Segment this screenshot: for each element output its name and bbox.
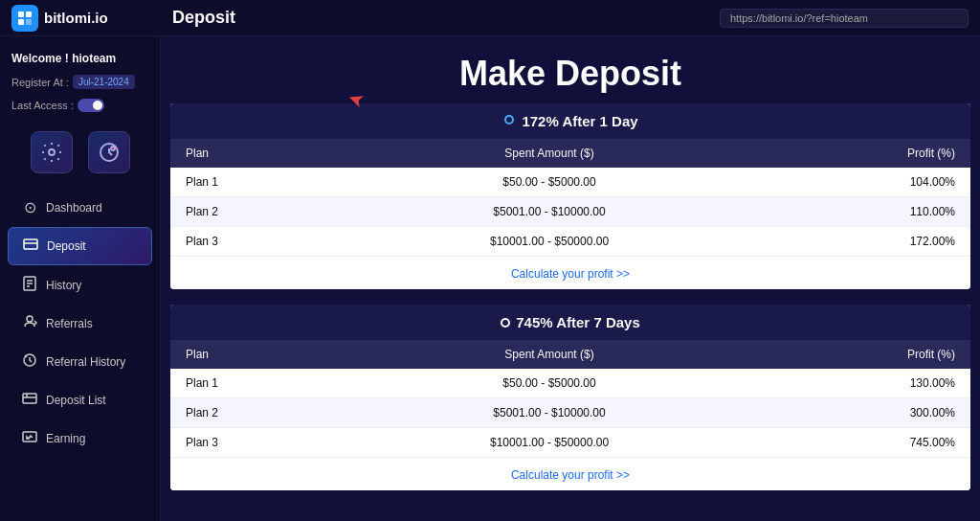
- calculate-profit-link[interactable]: Calculate your profit >>: [511, 267, 630, 281]
- svg-rect-1: [26, 11, 32, 17]
- cell-profit: 172.00%: [755, 227, 970, 257]
- calculate-link-7days[interactable]: Calculate your profit >>: [170, 458, 970, 490]
- cell-profit: 104.00%: [755, 168, 970, 197]
- col-amount-2: Spent Amount ($): [344, 340, 754, 369]
- cell-amount: $50.00 - $5000.00: [344, 369, 754, 398]
- settings-icon-btn[interactable]: [31, 131, 73, 173]
- sidebar-item-earning[interactable]: Earning: [8, 420, 152, 457]
- chart-icon-btn[interactable]: [88, 131, 130, 173]
- calculate-link-1day[interactable]: Calculate your profit >>: [170, 257, 970, 289]
- col-amount-1: Spent Amount ($): [344, 139, 754, 168]
- cell-amount: $10001.00 - $50000.00: [344, 227, 754, 257]
- svg-point-20: [506, 117, 512, 123]
- svg-point-13: [27, 316, 33, 322]
- calculate-profit-link-2[interactable]: Calculate your profit >>: [511, 468, 630, 482]
- sidebar-item-label: Dashboard: [46, 201, 102, 215]
- plan-table-7days: Plan Spent Amount ($) Profit (%) Plan 1 …: [170, 340, 970, 458]
- sidebar-username: hioteam: [72, 52, 116, 65]
- cell-amount: $5001.00 - $10000.00: [344, 398, 754, 428]
- cell-profit: 130.00%: [755, 369, 970, 398]
- cell-plan: Plan 3: [170, 227, 344, 257]
- sidebar-item-label: Earning: [46, 432, 85, 445]
- cell-plan: Plan 2: [170, 398, 344, 428]
- cell-amount: $50.00 - $5000.00: [344, 168, 754, 197]
- col-profit-2: Profit (%): [755, 340, 970, 369]
- logo-text: bitlomi.io: [44, 10, 108, 26]
- top-bar: bitlomi.io Deposit https://bitlomi.io/?r…: [0, 0, 980, 36]
- table-row: Plan 2 $5001.00 - $10000.00 110.00%: [170, 197, 970, 227]
- cell-profit: 110.00%: [755, 197, 970, 227]
- sidebar-item-label: Referrals: [46, 317, 93, 330]
- sidebar-item-dashboard[interactable]: ⊙ Dashboard: [8, 190, 152, 225]
- register-date-badge: Jul-21-2024: [73, 75, 135, 89]
- deposit-icon: [22, 237, 39, 256]
- last-access-toggle[interactable]: [78, 99, 104, 112]
- history-icon: [21, 276, 38, 295]
- svg-point-4: [49, 149, 55, 155]
- deposit-list-icon: [21, 391, 38, 410]
- logo-area: bitlomi.io: [11, 5, 172, 32]
- sidebar-item-deposit[interactable]: Deposit: [8, 227, 152, 265]
- svg-rect-0: [18, 11, 24, 17]
- cell-profit: 300.00%: [755, 398, 970, 428]
- plan-section-1day: 172% After 1 Day Plan Spent Amount ($) P…: [170, 103, 970, 289]
- table-row: Plan 1 $50.00 - $5000.00 104.00%: [170, 168, 970, 197]
- plan-table-1day: Plan Spent Amount ($) Profit (%) Plan 1 …: [170, 139, 970, 257]
- sidebar-item-history[interactable]: History: [8, 267, 152, 304]
- page-title: Deposit: [172, 8, 720, 28]
- sidebar: Welcome ! hioteam Register At : Jul-21-2…: [0, 36, 161, 521]
- svg-point-6: [111, 147, 115, 150]
- plan-header-icon: [502, 113, 516, 129]
- referral-history-icon: [21, 352, 38, 372]
- plan-header-1day: 172% After 1 Day: [170, 103, 970, 139]
- sidebar-last-access: Last Access :: [0, 95, 160, 116]
- sidebar-item-label: Referral History: [46, 355, 125, 369]
- sidebar-item-referrals[interactable]: Referrals: [8, 306, 152, 342]
- referrals-icon: [21, 314, 38, 333]
- sidebar-item-label: History: [46, 279, 81, 292]
- plan-section-7days: 745% After 7 Days Plan Spent Amount ($) …: [170, 305, 970, 490]
- sidebar-register: Register At : Jul-21-2024: [0, 71, 160, 93]
- logo-icon: [11, 5, 38, 32]
- table-row: Plan 2 $5001.00 - $10000.00 300.00%: [170, 398, 970, 428]
- sidebar-item-label: Deposit: [47, 239, 86, 253]
- sidebar-item-label: Deposit List: [46, 394, 106, 407]
- svg-rect-2: [18, 19, 24, 25]
- svg-rect-7: [24, 239, 37, 249]
- cell-amount: $5001.00 - $10000.00: [344, 197, 754, 227]
- cell-plan: Plan 1: [170, 369, 344, 398]
- sidebar-icons-row: [0, 124, 160, 181]
- col-profit-1: Profit (%): [755, 139, 970, 168]
- col-plan-1: Plan: [170, 139, 344, 168]
- table-row: Plan 3 $10001.00 - $50000.00 172.00%: [170, 227, 970, 257]
- main-layout: Welcome ! hioteam Register At : Jul-21-2…: [0, 36, 980, 521]
- dashboard-icon: ⊙: [21, 198, 38, 216]
- sidebar-item-referral-history[interactable]: Referral History: [8, 344, 152, 380]
- main-content: Make Deposit ➤ 172% After 1 Day Plan Spe…: [161, 36, 980, 521]
- cell-plan: Plan 2: [170, 197, 344, 227]
- sidebar-welcome: Welcome ! hioteam: [0, 46, 160, 71]
- cell-amount: $10001.00 - $50000.00: [344, 428, 754, 458]
- svg-rect-3: [26, 19, 32, 25]
- url-bar[interactable]: https://bitlomi.io/?ref=hioteam: [720, 9, 969, 28]
- cell-profit: 745.00%: [755, 428, 970, 458]
- plan-header-text: 745% After 7 Days: [516, 314, 640, 330]
- table-row: Plan 3 $10001.00 - $50000.00 745.00%: [170, 428, 970, 458]
- plan-header-7days: 745% After 7 Days: [170, 305, 970, 340]
- radio-indicator: [501, 318, 510, 328]
- cell-plan: Plan 3: [170, 428, 344, 458]
- sidebar-item-deposit-list[interactable]: Deposit List: [8, 382, 152, 419]
- svg-rect-15: [23, 394, 36, 403]
- table-row: Plan 1 $50.00 - $5000.00 130.00%: [170, 369, 970, 398]
- earning-icon: [21, 429, 38, 448]
- cell-plan: Plan 1: [170, 168, 344, 197]
- page-heading: Make Deposit: [161, 36, 980, 103]
- col-plan-2: Plan: [170, 340, 344, 369]
- plan-header-text: 172% After 1 Day: [522, 113, 637, 129]
